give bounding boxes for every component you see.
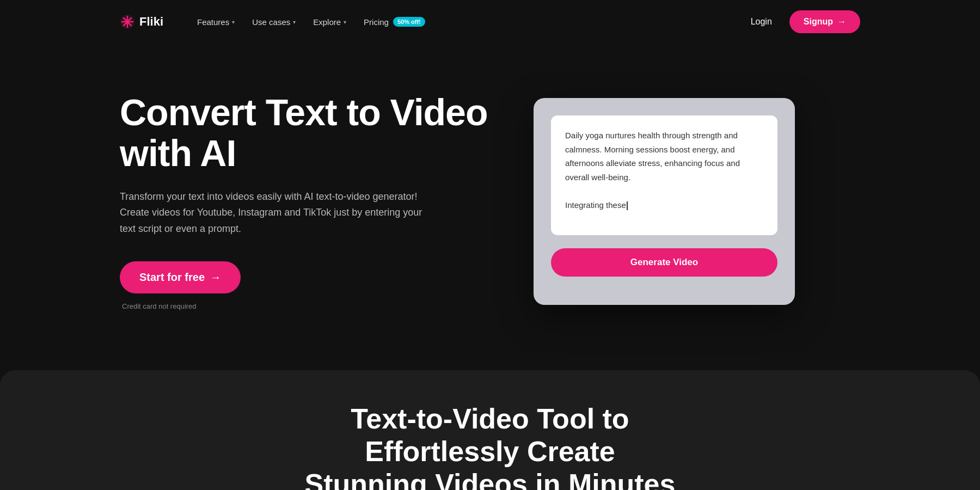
discount-badge: 50% off! (393, 17, 425, 27)
chevron-down-icon: ▾ (232, 19, 235, 25)
svg-point-1 (126, 20, 129, 23)
start-for-free-button[interactable]: Start for free → (120, 261, 241, 293)
logo-text: Fliki (139, 15, 163, 29)
nav-features[interactable]: Features ▾ (189, 13, 242, 31)
signup-button[interactable]: Signup → (789, 10, 860, 33)
hero-left: Convert Text to Video with AI Transform … (120, 92, 490, 311)
hero-cta-wrapper: Start for free → Credit card not require… (120, 261, 490, 311)
nav-use-cases[interactable]: Use cases ▾ (244, 13, 303, 31)
hero-section: Convert Text to Video with AI Transform … (0, 44, 980, 370)
chevron-down-icon: ▾ (293, 19, 296, 25)
nav-explore[interactable]: Explore ▾ (305, 13, 354, 31)
demo-text-content: Daily yoga nurtures health through stren… (565, 128, 763, 212)
fliki-logo-icon (120, 14, 135, 29)
nav-right: Login Signup → (744, 10, 860, 33)
arrow-icon: → (210, 271, 221, 284)
chevron-down-icon: ▾ (344, 19, 346, 25)
cursor-icon (627, 201, 628, 210)
logo[interactable]: Fliki (120, 14, 163, 29)
hero-title: Convert Text to Video with AI (120, 92, 490, 174)
bottom-section: Text-to-Video Tool to Effortlessly Creat… (0, 370, 980, 490)
generate-video-button[interactable]: Generate Video (551, 248, 777, 277)
arrow-icon: → (837, 17, 846, 27)
login-button[interactable]: Login (744, 13, 779, 31)
nav-links: Features ▾ Use cases ▾ Explore ▾ Pricing… (189, 13, 744, 31)
credit-note: Credit card not required (122, 302, 197, 310)
demo-card: Daily yoga nurtures health through stren… (534, 98, 795, 305)
navbar: Fliki Features ▾ Use cases ▾ Explore ▾ P… (0, 0, 980, 44)
bottom-title: Text-to-Video Tool to Effortlessly Creat… (272, 403, 708, 490)
hero-right: Daily yoga nurtures health through stren… (534, 98, 795, 305)
demo-textarea[interactable]: Daily yoga nurtures health through stren… (551, 115, 777, 235)
nav-pricing[interactable]: Pricing 50% off! (356, 13, 433, 31)
hero-subtitle: Transform your text into videos easily w… (120, 189, 425, 237)
